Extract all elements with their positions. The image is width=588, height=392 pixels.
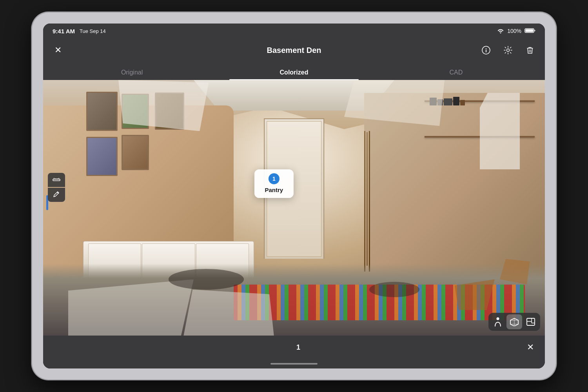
ipad-frame: 9:41 AM Tue Sep 14 100% [31, 12, 557, 380]
svg-point-11 [497, 318, 499, 320]
pantry-label: Pantry [261, 187, 287, 193]
item-counter: 1 [296, 343, 300, 352]
home-indicator [43, 359, 545, 368]
white-patch-1 [480, 93, 520, 170]
nav-right [479, 43, 537, 57]
tab-cad[interactable]: CAD [375, 69, 537, 80]
pantry-popup[interactable]: 1 Pantry [254, 169, 294, 198]
tab-original[interactable]: Original [51, 69, 213, 80]
page-title: Basement Den [267, 46, 321, 55]
wifi-icon [497, 28, 504, 34]
dark-floor-patch-2 [369, 282, 419, 297]
picture-frame-1 [86, 92, 118, 131]
svg-point-5 [507, 49, 510, 52]
view-controls [488, 313, 540, 331]
nav-bar: ✕ Basement Den [43, 38, 545, 62]
status-time: 9:41 AM [53, 28, 75, 34]
ipad-screen: 9:41 AM Tue Sep 14 100% [43, 24, 545, 368]
status-bar: 9:41 AM Tue Sep 14 100% [43, 24, 545, 38]
nav-left: ✕ [51, 43, 65, 57]
info-button[interactable] [479, 43, 493, 57]
svg-point-3 [486, 48, 486, 49]
tab-colorized[interactable]: Colorized [213, 69, 375, 80]
dark-floor-patch-1 [169, 269, 244, 289]
settings-button[interactable] [501, 43, 515, 57]
battery-icon [524, 28, 535, 34]
picture-frame-5 [122, 135, 149, 170]
edit-tool[interactable] [48, 188, 65, 202]
person-view-button[interactable] [490, 314, 506, 329]
measure-tool[interactable] [48, 173, 65, 187]
svg-rect-6 [53, 179, 60, 181]
3d-view-button[interactable] [506, 314, 522, 329]
pool-cues [364, 131, 384, 272]
close-button[interactable]: ✕ [51, 43, 65, 57]
tab-bar: Original Colorized CAD [43, 62, 545, 80]
room-view[interactable]: 1 Pantry [43, 80, 545, 336]
bottom-close-button[interactable]: ✕ [527, 342, 534, 352]
bottom-bar: 1 ✕ [43, 336, 545, 359]
pantry-badge: 1 [269, 173, 279, 184]
status-right: 100% [497, 28, 535, 34]
left-toolbar [48, 173, 65, 202]
svg-rect-1 [526, 29, 534, 32]
status-date: Tue Sep 14 [80, 28, 106, 34]
torn-piece-1 [118, 80, 209, 131]
torn-piece-4 [183, 290, 274, 336]
home-bar [270, 363, 318, 365]
svg-rect-4 [486, 50, 486, 53]
delete-button[interactable] [523, 43, 537, 57]
battery-percent: 100% [507, 28, 521, 34]
floorplan-view-button[interactable] [523, 314, 539, 329]
room-scan: 1 Pantry [43, 80, 545, 336]
picture-frame-4 [86, 137, 118, 176]
svg-rect-16 [527, 318, 535, 325]
